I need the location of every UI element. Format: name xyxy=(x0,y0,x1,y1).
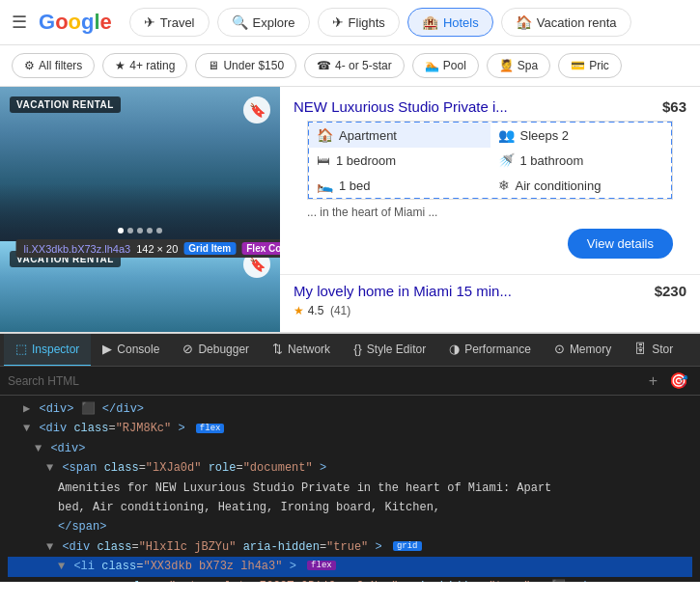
grid-bathroom: 🚿 1 bathroom xyxy=(490,148,672,173)
style-icon: {} xyxy=(353,342,362,356)
grid-apartment: 🏠 Apartment xyxy=(309,123,490,148)
filter-spa[interactable]: 💆 Spa xyxy=(487,53,550,78)
tab-debugger[interactable]: ⊘ Debugger xyxy=(171,334,261,367)
add-node-icon[interactable]: + xyxy=(645,371,661,392)
performance-icon: ◑ xyxy=(449,342,460,356)
html-line-8: ▶ <span class="notranslate F6G2T QPij9e … xyxy=(8,577,692,582)
google-bar: ☰ Google ✈ Travel 🔍 Explore ✈ Flights 🏨 … xyxy=(0,0,700,45)
listing1-desc: ... in the heart of Miami ... xyxy=(294,200,686,225)
filter-pool[interactable]: 🏊 Pool xyxy=(412,53,479,78)
hotels-icon: 🏨 xyxy=(422,14,438,30)
expand-8[interactable]: ▶ xyxy=(70,580,76,582)
travel-icon: ✈ xyxy=(144,14,155,30)
filter-stars[interactable]: ☎ 4- or 5-star xyxy=(304,53,405,78)
expand-1[interactable]: ▶ xyxy=(23,402,30,416)
flex-badge-2: flex xyxy=(307,561,336,570)
listing1-price: $63 xyxy=(662,98,686,115)
bedroom-icon: 🛏 xyxy=(317,152,330,168)
listing1-grid: 🏠 Apartment 👥 Sleeps 2 🛏 1 bedroom 🚿 1 b… xyxy=(307,121,673,200)
grid-badge: grid xyxy=(393,541,422,551)
tab-performance[interactable]: ◑ Performance xyxy=(437,334,543,367)
listing1-card: NEW Luxurious Studio Private i... $63 🏠 … xyxy=(280,87,700,275)
hamburger-menu[interactable]: ☰ xyxy=(12,12,27,33)
tab-style-editor[interactable]: {} Style Editor xyxy=(342,334,437,367)
devtools: ⬚ Inspector ▶ Console ⊘ Debugger ⇅ Netwo… xyxy=(0,333,700,582)
nav-vacation[interactable]: 🏠 Vacation renta xyxy=(501,8,631,37)
dot-2 xyxy=(127,228,133,233)
listing1-bookmark[interactable]: 🔖 xyxy=(243,96,270,124)
tab-network-label: Network xyxy=(288,343,330,356)
search-html-input[interactable] xyxy=(8,374,637,388)
google-logo: Google xyxy=(39,10,112,35)
html-line-3: ▼ <div> xyxy=(8,439,692,458)
filter-icon: ⚙ xyxy=(24,59,35,72)
pick-element-icon[interactable]: 🎯 xyxy=(665,370,692,392)
nav-flights[interactable]: ✈ Flights xyxy=(318,8,400,37)
devtools-search-bar: + 🎯 xyxy=(0,367,700,396)
filter-rating[interactable]: ★ 4+ rating xyxy=(102,53,187,78)
html-line-1: ▶ <div> ⬛ </div> xyxy=(8,399,692,419)
filter-bar: ⚙ All filters ★ 4+ rating 🖥 Under $150 ☎… xyxy=(0,45,700,87)
ac-label: Air conditioning xyxy=(516,178,602,193)
bed-label: 1 bed xyxy=(339,178,371,193)
filter-all[interactable]: ⚙ All filters xyxy=(12,53,95,78)
tab-inspector[interactable]: ⬚ Inspector xyxy=(4,334,91,367)
devtools-html-panel[interactable]: ▶ <div> ⬛ </div> ▼ <div class="RJM8Kc" >… xyxy=(0,396,700,582)
sleeps-label: Sleeps 2 xyxy=(520,128,570,143)
tooltip-dimensions: 142 × 20 xyxy=(136,243,178,255)
phone-icon: ☎ xyxy=(317,59,331,72)
left-panel: VACATION RENTAL 🔖 li.XX3dkb.bX73z.lh4a3 … xyxy=(0,87,280,332)
tag-2-close: > xyxy=(178,422,184,435)
html-line-6: ▼ <div class="HlxIlc jBZYu" aria-hidden=… xyxy=(8,537,692,557)
apartment-label: Apartment xyxy=(339,128,397,143)
nav-explore[interactable]: 🔍 Explore xyxy=(217,8,310,37)
listing1-title[interactable]: NEW Luxurious Studio Private i... xyxy=(294,98,508,115)
tab-network[interactable]: ⇅ Network xyxy=(261,334,342,367)
html-line-5c: </span> xyxy=(8,517,692,536)
nav-hotels[interactable]: 🏨 Hotels xyxy=(407,8,493,37)
expand-4[interactable]: ▼ xyxy=(46,461,53,475)
html-line-5: Amenities for NEW Luxurious Studio Priva… xyxy=(8,479,692,498)
bathroom-icon: 🚿 xyxy=(498,152,515,168)
filter-price[interactable]: 🖥 Under $150 xyxy=(195,53,296,78)
tab-style-label: Style Editor xyxy=(367,343,426,356)
debugger-icon: ⊘ xyxy=(182,342,193,356)
bed-icon: 🛌 xyxy=(317,178,333,193)
listing2-card: My lovely home in Miami 15 min... $230 ★… xyxy=(280,275,700,325)
html-line-7[interactable]: ▼ <li class="XX3dkb bX73z lh4a3" > flex xyxy=(8,557,692,576)
dot-1 xyxy=(118,228,124,233)
tab-storage[interactable]: 🗄 Stor xyxy=(623,334,685,367)
tab-console[interactable]: ▶ Console xyxy=(91,334,171,367)
grid-bedroom: 🛏 1 bedroom xyxy=(309,148,490,173)
listing2-title[interactable]: My lovely home in Miami 15 min... xyxy=(294,283,512,299)
dot-4 xyxy=(147,228,153,233)
main-content: VACATION RENTAL 🔖 li.XX3dkb.bX73z.lh4a3 … xyxy=(0,87,700,333)
expand-7[interactable]: ▼ xyxy=(58,560,65,573)
view-details-button[interactable]: View details xyxy=(568,229,673,259)
listing1-desc-text: ... in the heart of Miami ... xyxy=(307,206,437,219)
nav-explore-label: Explore xyxy=(253,15,295,30)
dot-5 xyxy=(156,228,162,233)
expand-6[interactable]: ▼ xyxy=(46,540,53,554)
pool-icon: 🏊 xyxy=(425,59,439,72)
html-line-4: ▼ <span class="lXJa0d" role="document" > xyxy=(8,458,692,478)
rating-value: 4.5 xyxy=(308,304,324,317)
grid-sleeps: 👥 Sleeps 2 xyxy=(490,123,672,148)
tab-storage-label: Stor xyxy=(652,343,673,356)
nav-travel[interactable]: ✈ Travel xyxy=(129,8,210,37)
storage-icon: 🗄 xyxy=(634,342,647,356)
expand-3[interactable]: ▼ xyxy=(35,442,42,455)
expand-2[interactable]: ▼ xyxy=(23,422,30,435)
explore-icon: 🔍 xyxy=(232,14,248,30)
tab-performance-label: Performance xyxy=(464,343,531,356)
console-icon: ▶ xyxy=(102,342,112,356)
ac-icon: ❄ xyxy=(498,178,510,193)
filter-price2[interactable]: 💳 Pric xyxy=(558,53,622,78)
filter-rating-label: 4+ rating xyxy=(129,59,175,72)
tab-inspector-label: Inspector xyxy=(32,343,79,356)
nav-travel-label: Travel xyxy=(160,15,195,30)
apartment-icon: 🏠 xyxy=(317,127,333,143)
text-content-1: Amenities for NEW Luxurious Studio Priva… xyxy=(58,481,551,495)
badge-flex: Flex Container xyxy=(241,242,280,255)
tab-memory[interactable]: ⊙ Memory xyxy=(543,334,623,367)
